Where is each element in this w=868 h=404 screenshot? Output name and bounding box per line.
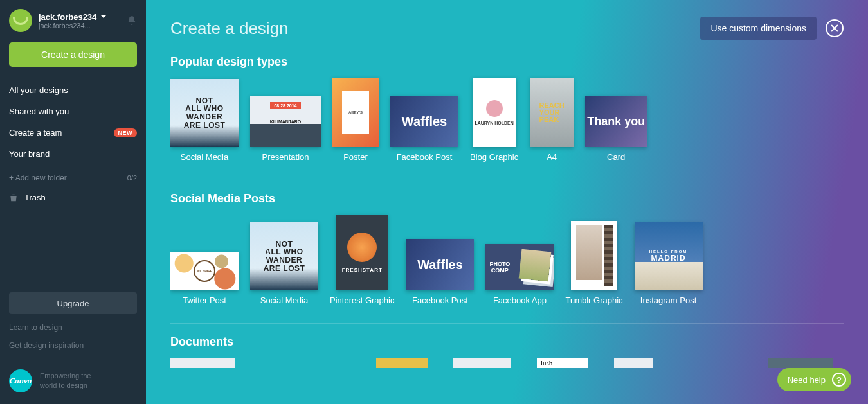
help-icon: ?	[832, 373, 846, 387]
tile-facebook-post-2[interactable]: Waffles Facebook Post	[406, 239, 474, 305]
popular-row: NOT ALL WHO WANDER ARE LOST Social Media…	[170, 78, 844, 180]
thumb: FRESHSTART	[336, 215, 388, 290]
main-panel: Create a design Use custom dimensions Po…	[146, 0, 868, 404]
nav-your-brand[interactable]: Your brand	[9, 143, 137, 164]
doc-thumb[interactable]	[768, 358, 833, 368]
chevron-down-icon	[100, 15, 107, 21]
doc-thumb[interactable]: lush	[537, 358, 588, 368]
thumb: ABEY'S	[332, 78, 379, 147]
nav-trash[interactable]: Trash	[0, 189, 146, 206]
tile-presentation[interactable]: 08.28.2014KILIMANJARO Presentation	[250, 96, 321, 162]
tile-tumblr-graphic[interactable]: Tumblr Graphic	[565, 221, 622, 305]
custom-dimensions-button[interactable]: Use custom dimensions	[700, 17, 817, 40]
tile-blog-graphic[interactable]: LAURYN HOLDEN Blog Graphic	[470, 78, 518, 162]
thumb: REACH YOUR PEAK	[530, 78, 574, 147]
nav-create-team[interactable]: Create a team NEW	[9, 122, 137, 143]
doc-thumb[interactable]	[376, 358, 428, 368]
doc-thumb[interactable]	[614, 358, 653, 368]
need-help-button[interactable]: Need help ?	[777, 368, 851, 391]
doc-thumb[interactable]	[170, 358, 235, 368]
brand-footer: Canva Empowering the world to design	[0, 363, 146, 404]
thumb: Waffles	[406, 239, 474, 290]
section-title-social: Social Media Posts	[170, 192, 844, 206]
inspiration-link[interactable]: Get design inspiration	[9, 341, 137, 350]
section-title-popular: Popular design types	[170, 55, 844, 69]
tile-a4[interactable]: REACH YOUR PEAK A4	[530, 78, 574, 162]
thumb	[571, 221, 617, 290]
trash-icon	[9, 193, 18, 202]
add-folder-button[interactable]: + Add new folder	[9, 173, 67, 182]
sidebar: jack.forbes234 jack.forbes234... Create …	[0, 0, 146, 404]
thumb: WILSHIRE	[170, 252, 239, 290]
upgrade-button[interactable]: Upgrade	[9, 292, 137, 314]
thumb: NOT ALL WHO WANDER ARE LOST	[250, 222, 318, 290]
nav-all-designs[interactable]: All your designs	[9, 80, 137, 101]
thumb: NOT ALL WHO WANDER ARE LOST	[170, 79, 239, 147]
social-row: WILSHIRE Twitter Post NOT ALL WHO WANDER…	[170, 215, 844, 324]
tile-twitter-post[interactable]: WILSHIRE Twitter Post	[170, 252, 239, 305]
tile-facebook-post[interactable]: Waffles Facebook Post	[390, 96, 458, 162]
documents-row: lush	[170, 358, 844, 386]
user-name: jack.forbes234	[39, 12, 96, 22]
tile-facebook-app[interactable]: PHOTO COMP Facebook App	[485, 244, 554, 305]
user-sub: jack.forbes234...	[39, 22, 120, 30]
create-design-button[interactable]: Create a design	[9, 42, 137, 67]
nav-shared[interactable]: Shared with you	[9, 101, 137, 122]
page-title: Create a design	[170, 19, 289, 39]
thumb: PHOTO COMP	[485, 244, 554, 290]
new-badge: NEW	[114, 128, 138, 137]
tile-social-media[interactable]: NOT ALL WHO WANDER ARE LOST Social Media	[170, 79, 239, 162]
avatar	[9, 9, 32, 32]
tile-instagram-post[interactable]: HELLO FROM MADRID Instagram Post	[635, 222, 703, 305]
doc-thumb[interactable]	[453, 358, 511, 368]
canva-logo: Canva	[9, 369, 32, 392]
close-icon[interactable]	[826, 19, 844, 37]
thumb: HELLO FROM MADRID	[635, 222, 703, 290]
tile-social-media-2[interactable]: NOT ALL WHO WANDER ARE LOST Social Media	[250, 222, 318, 305]
learn-link[interactable]: Learn to design	[9, 323, 137, 332]
thumb: LAURYN HOLDEN	[473, 78, 516, 147]
tile-poster[interactable]: ABEY'S Poster	[332, 78, 379, 162]
section-title-documents: Documents	[170, 335, 844, 349]
thumb: Waffles	[390, 96, 458, 147]
thumb: Thank you	[585, 96, 647, 147]
thumb: 08.28.2014KILIMANJARO	[250, 96, 321, 147]
tile-pinterest-graphic[interactable]: FRESHSTART Pinterest Graphic	[330, 215, 394, 305]
user-menu[interactable]: jack.forbes234 jack.forbes234...	[0, 6, 146, 42]
user-info: jack.forbes234 jack.forbes234...	[39, 12, 120, 30]
folder-count: 0/2	[127, 174, 137, 182]
tile-card[interactable]: Thank you Card	[585, 96, 647, 162]
bell-icon[interactable]	[127, 15, 137, 26]
